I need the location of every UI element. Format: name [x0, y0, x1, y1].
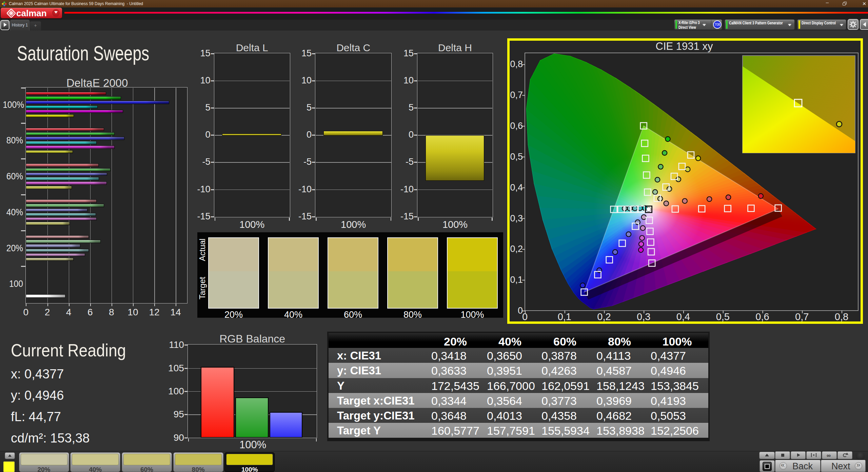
svg-text:0,3: 0,3	[510, 213, 523, 223]
svg-text:0,8: 0,8	[835, 311, 848, 322]
svg-text:0,2: 0,2	[597, 311, 611, 322]
svg-text:0,6: 0,6	[510, 121, 523, 131]
svg-text:0,2: 0,2	[510, 244, 523, 254]
svg-text:0,6: 0,6	[755, 311, 769, 322]
svg-text:0,1: 0,1	[558, 311, 571, 322]
svg-text:0,4: 0,4	[676, 311, 690, 322]
svg-text:0: 0	[518, 306, 523, 316]
svg-text:0,5: 0,5	[716, 311, 730, 322]
svg-text:0,1: 0,1	[510, 275, 523, 285]
svg-text:0,8: 0,8	[510, 59, 523, 69]
svg-text:CIE 1931 xy: CIE 1931 xy	[656, 40, 713, 52]
svg-text:0,7: 0,7	[795, 311, 809, 322]
svg-text:0,3: 0,3	[637, 311, 650, 322]
svg-text:0,5: 0,5	[510, 152, 523, 162]
svg-text:0: 0	[522, 311, 528, 322]
svg-text:0,4: 0,4	[510, 182, 523, 193]
svg-text:0,7: 0,7	[510, 90, 523, 100]
